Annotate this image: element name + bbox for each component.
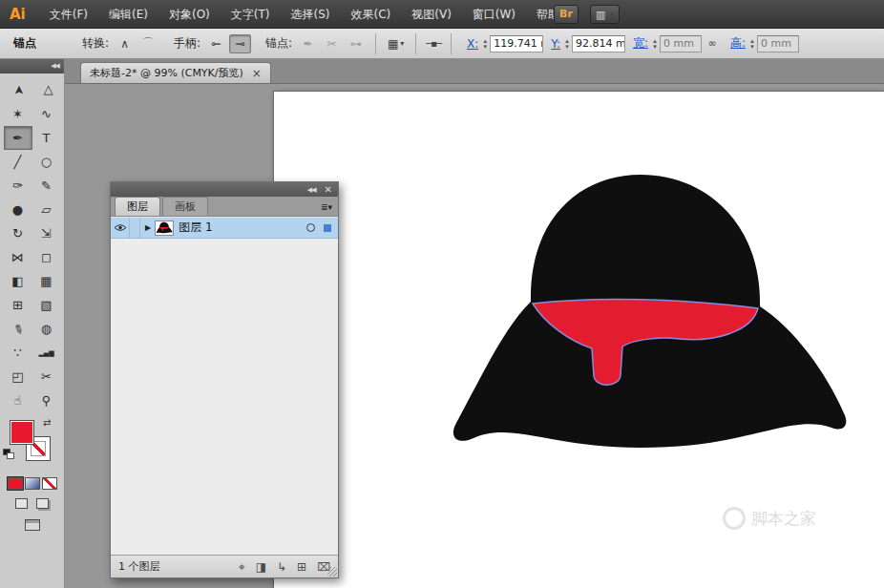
y-field: Y: ▴ ▾ 92.814 mm — [551, 35, 625, 52]
perspective-grid-tool[interactable]: ▦ — [32, 269, 61, 293]
convert-to-smooth-button[interactable]: ⌒ — [137, 34, 159, 53]
chevron-down-icon: ▾ — [610, 10, 614, 19]
convert-to-corner-button[interactable]: ∧ — [114, 34, 136, 53]
workspace-switcher-button[interactable]: ▥ ▾ — [590, 5, 620, 24]
line-segment-tool[interactable]: ╱ — [4, 150, 32, 174]
menu-select[interactable]: 选择(S) — [281, 0, 341, 29]
slice-tool[interactable]: ✂ — [32, 365, 61, 388]
delete-anchor-button[interactable]: ✒ — [297, 34, 319, 53]
menu-file[interactable]: 文件(F) — [39, 0, 98, 29]
free-transform-tool[interactable]: ◻ — [32, 245, 61, 269]
visibility-toggle[interactable] — [111, 218, 130, 238]
delete-layer-icon[interactable]: ⌧ — [317, 560, 330, 574]
menu-type[interactable]: 文字(T) — [221, 0, 281, 29]
clipping-mask-icon[interactable]: ◨ — [256, 560, 266, 574]
new-layer-icon[interactable]: ⊞ — [297, 560, 306, 574]
layer-name[interactable]: 图层 1 — [179, 220, 212, 236]
stepper-down-icon[interactable]: ▾ — [480, 44, 490, 50]
gradient-button[interactable] — [25, 477, 40, 490]
hat-artwork[interactable] — [435, 163, 855, 459]
stepper-down-icon[interactable]: ▾ — [747, 44, 757, 50]
hide-handles-button[interactable]: ⊸ — [229, 34, 251, 53]
rotate-tool[interactable]: ↻ — [4, 221, 32, 245]
default-swatches-icon[interactable] — [3, 449, 15, 459]
gradient-tool[interactable]: ▧ — [32, 293, 61, 317]
shape-builder-tool[interactable]: ◧ — [4, 269, 32, 293]
artboard-tool[interactable]: ◰ — [4, 365, 32, 388]
color-button[interactable] — [8, 477, 23, 490]
control-bar-title: 锚点 — [13, 35, 36, 52]
height-stepper[interactable]: ▴ ▾ — [747, 38, 757, 50]
selection-tool[interactable]: ➤ — [6, 76, 30, 105]
direct-selection-tool[interactable]: ▷ — [34, 76, 58, 105]
screen-mode-button[interactable] — [25, 519, 40, 531]
x-input[interactable]: 119.741 mm — [490, 35, 543, 52]
hand-tool[interactable]: ☝ — [4, 388, 32, 412]
fill-swatch[interactable] — [10, 420, 34, 445]
lasso-tool[interactable]: ∿ — [32, 102, 61, 126]
constrain-proportions-icon[interactable]: ∞ — [704, 37, 721, 50]
y-input[interactable]: 92.814 mm — [572, 35, 625, 52]
ellipse-tool[interactable]: ○ — [32, 150, 61, 174]
pencil-tool[interactable]: ✎ — [32, 174, 61, 198]
none-button[interactable] — [42, 477, 57, 490]
blob-brush-tool[interactable]: ● — [4, 198, 32, 221]
height-input[interactable]: 0 mm — [757, 35, 799, 52]
height-label[interactable]: 高: — [730, 35, 746, 52]
type-tool[interactable]: T — [32, 126, 61, 150]
y-label[interactable]: Y: — [551, 37, 560, 51]
locate-object-icon[interactable]: ⌖ — [239, 560, 245, 574]
layers-list: ▶ 图层 1 — [111, 218, 338, 555]
draw-behind-button[interactable] — [36, 498, 49, 509]
height-field: 高: ▴ ▾ 0 mm — [730, 35, 799, 52]
target-circle-icon[interactable] — [306, 223, 315, 232]
grid-icon: ▦ — [388, 37, 398, 51]
tab-layers[interactable]: 图层 — [115, 197, 160, 216]
x-field: X: ▴ ▾ 119.741 mm — [467, 35, 543, 52]
watermark: 脚本之家 — [723, 507, 816, 530]
x-stepper[interactable]: ▴ ▾ — [480, 38, 490, 50]
pen-tool[interactable]: ✒ — [4, 126, 32, 150]
stepper-down-icon[interactable]: ▾ — [650, 44, 660, 50]
draw-normal-button[interactable] — [15, 498, 28, 509]
swap-fill-stroke-icon[interactable]: ⇄ — [43, 417, 51, 428]
menu-object[interactable]: 对象(O) — [158, 0, 221, 29]
menu-view[interactable]: 视图(V) — [401, 0, 462, 29]
layer-row[interactable]: ▶ 图层 1 — [111, 218, 338, 239]
document-tab[interactable]: 未标题-2* @ 99% (CMYK/预览) × — [80, 62, 271, 83]
eraser-tool[interactable]: ▱ — [32, 198, 61, 221]
cut-path-button[interactable]: ✂ — [321, 34, 343, 53]
panel-menu-icon[interactable]: ≣▾ — [321, 202, 332, 212]
tab-artboards[interactable]: 画板 — [162, 197, 208, 216]
width-stepper[interactable]: ▴ ▾ — [650, 38, 660, 50]
menu-window[interactable]: 窗口(W) — [462, 0, 526, 29]
scale-tool[interactable]: ⇲ — [32, 221, 61, 245]
close-icon[interactable]: × — [252, 67, 262, 80]
lock-toggle[interactable] — [130, 218, 140, 238]
menu-effect[interactable]: 效果(C) — [340, 0, 401, 29]
panel-close-icon[interactable]: ✕ — [325, 184, 332, 195]
width-tool[interactable]: ⋈ — [4, 245, 32, 269]
toolbar-collapse-button[interactable]: ◀◀ — [0, 59, 64, 74]
connect-endpoints-button[interactable]: ⊶ — [345, 34, 367, 53]
panel-collapse-icon[interactable]: ◀◀ — [307, 186, 316, 194]
y-stepper[interactable]: ▴ ▾ — [562, 38, 572, 50]
zoom-tool[interactable]: ⚲ — [32, 388, 61, 412]
bridge-button[interactable]: Br — [554, 5, 579, 24]
paintbrush-tool[interactable]: ✑ — [4, 174, 32, 198]
stepper-down-icon[interactable]: ▾ — [562, 44, 572, 50]
chevron-down-icon: ▾ — [400, 39, 404, 48]
blend-tool[interactable]: ◍ — [32, 317, 61, 341]
menu-edit[interactable]: 编辑(E) — [98, 0, 158, 29]
expand-layer-icon[interactable]: ▶ — [145, 223, 151, 232]
layers-panel-footer: 1 个图层 ⌖ ◨ ↳ ⊞ ⌧ — [111, 555, 338, 578]
width-label[interactable]: 宽: — [633, 35, 648, 52]
width-input[interactable]: 0 mm — [660, 35, 702, 52]
new-sublayer-icon[interactable]: ↳ — [277, 560, 286, 574]
artboard[interactable]: 脚本之家 — [273, 91, 884, 588]
align-dropdown-button[interactable]: ▦ ▾ — [385, 34, 407, 53]
x-label[interactable]: X: — [467, 37, 478, 51]
column-graph-tool[interactable]: ▂▄▆ — [32, 341, 61, 365]
magic-wand-tool[interactable]: ✶ — [4, 102, 32, 126]
show-handles-button[interactable]: ⊸ — [205, 34, 227, 53]
